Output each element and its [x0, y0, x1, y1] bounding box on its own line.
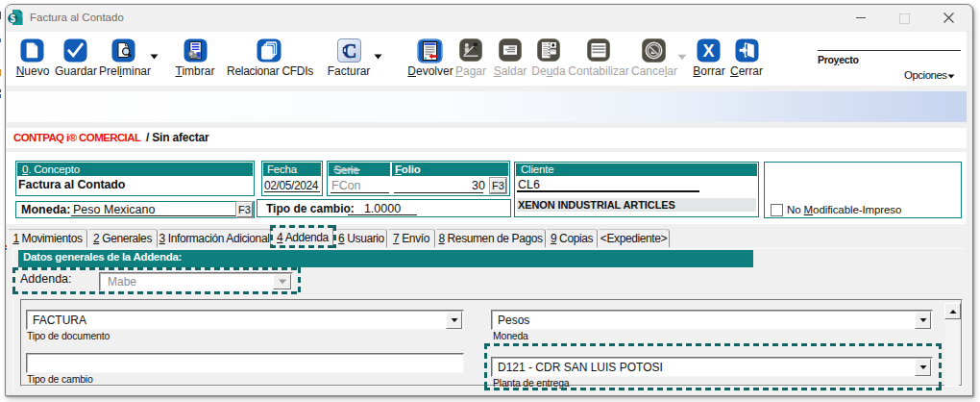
svg-text:$: $: [11, 13, 16, 24]
svg-text:X: X: [702, 41, 714, 61]
